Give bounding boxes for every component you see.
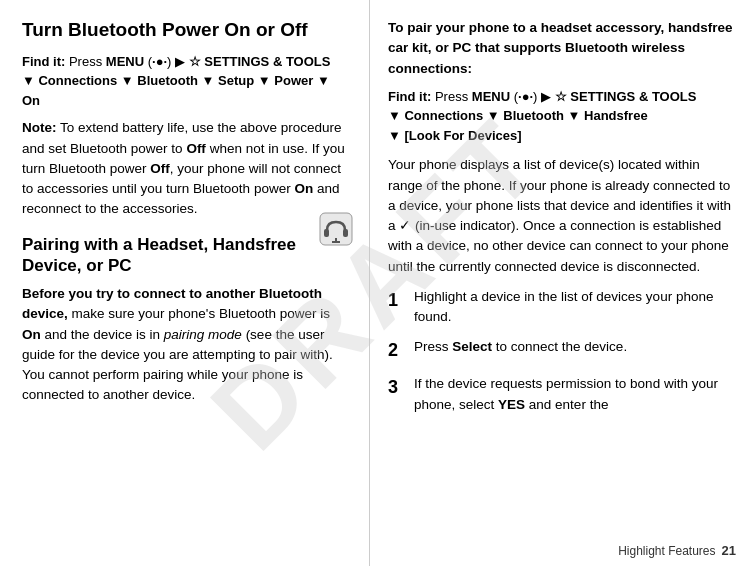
before-label: Before you try to connect to another Blu… [22,286,322,321]
step-1-text: Highlight a device in the list of device… [414,287,736,328]
step-2-text: Press Select to connect the device. [414,337,736,357]
turn-bluetooth-section: Turn Bluetooth Power On or Off Find it: … [22,18,351,220]
step-1-num: 1 [388,287,414,314]
footer-page: 21 [722,543,736,558]
find-it-label-left: Find it: [22,54,65,69]
step-3-text: If the device requests permission to bon… [414,374,736,415]
find-it-block-left: Find it: Press MENU (·●·) ▶ ☆ SETTINGS &… [22,52,351,111]
headset-icon-wrap [317,210,355,251]
footer: Highlight Features 21 [618,543,736,558]
right-bold-intro: To pair your phone to a headset accessor… [388,18,736,79]
step-list: 1 Highlight a device in the list of devi… [388,287,736,415]
left-column: Turn Bluetooth Power On or Off Find it: … [0,0,370,566]
step-1: 1 Highlight a device in the list of devi… [388,287,736,328]
svg-rect-1 [324,229,329,237]
step-3-num: 3 [388,374,414,401]
find-it-line2-right: ▼ Connections ▼ Bluetooth ▼ Handsfree [388,108,648,123]
step-2: 2 Press Select to connect the device. [388,337,736,364]
note-label: Note: [22,120,57,135]
step-2-num: 2 [388,337,414,364]
find-it-line1-right: Press MENU (·●·) ▶ ☆ SETTINGS & TOOLS [435,89,697,104]
step-3: 3 If the device requests permission to b… [388,374,736,415]
find-it-line3-right: ▼ [Look For Devices] [388,128,522,143]
find-it-line1-left: Press MENU (·●·) ▶ ☆ SETTINGS & TOOLS [69,54,331,69]
right-column: To pair your phone to a headset accessor… [370,0,754,566]
footer-label: Highlight Features [618,544,715,558]
page-container: DRAFT Turn Bluetooth Power On or Off Fin… [0,0,754,566]
pairing-heading: Pairing with a Headset, Handsfree Device… [22,234,351,277]
turn-bluetooth-heading: Turn Bluetooth Power On or Off [22,18,351,42]
find-it-line2-left: ▼ Connections ▼ Bluetooth ▼ Setup ▼ Powe… [22,73,330,108]
body-text-right: Your phone displays a list of device(s) … [388,155,736,277]
find-it-label-right: Find it: [388,89,431,104]
headset-icon [317,210,355,248]
svg-rect-2 [343,229,348,237]
pairing-section: Pairing with a Headset, Handsfree Device… [22,234,351,406]
note-paragraph: Note: To extend battery life, use the ab… [22,118,351,219]
before-paragraph: Before you try to connect to another Blu… [22,284,351,406]
find-it-block-right: Find it: Press MENU (·●·) ▶ ☆ SETTINGS &… [388,87,736,146]
